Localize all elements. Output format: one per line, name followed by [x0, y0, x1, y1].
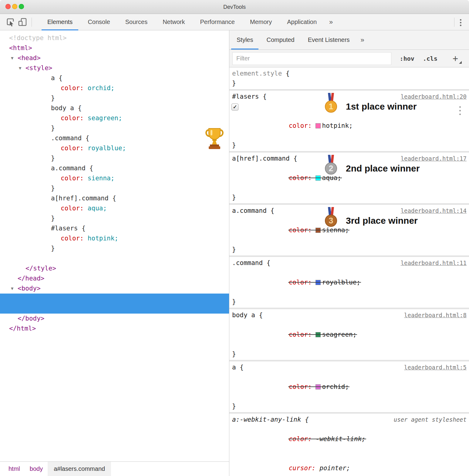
breadcrumb-selected-node[interactable]: a#lasers.command: [48, 462, 111, 476]
css-selector-line[interactable]: a[href].command {: [0, 193, 229, 203]
silver-medal-icon: 2: [324, 155, 338, 175]
expand-arrow-icon[interactable]: [19, 64, 25, 72]
source-link[interactable]: leaderboard.html:5: [404, 362, 469, 372]
devtools-toolbar: Elements Console Sources Network Perform…: [0, 14, 469, 30]
css-selector-line[interactable]: #lasers {: [0, 223, 229, 233]
styles-rule-list: element.style { } #lasers { leaderboard.…: [229, 67, 469, 476]
blank-line: [0, 253, 229, 264]
more-sidebar-tabs-button[interactable]: »: [356, 30, 369, 49]
elements-panel: <!doctype html> <html> <head> <style> a …: [0, 30, 229, 476]
toggle-class-button[interactable]: .cls: [423, 55, 437, 62]
style-rule-body-a[interactable]: body a { leaderboard.html:8 color:seagre…: [229, 309, 469, 360]
toolbar-right: [451, 16, 469, 28]
tab-event-listeners[interactable]: Event Listeners: [301, 30, 356, 49]
css-declaration-line[interactable]: color:hotpink;: [0, 233, 229, 243]
css-selector-line[interactable]: .command {: [0, 133, 229, 143]
css-close-line[interactable]: }: [0, 123, 229, 133]
tab-console[interactable]: Console: [80, 14, 117, 30]
trophy-icon: [204, 127, 224, 152]
source-link[interactable]: leaderboard.html:11: [401, 258, 469, 268]
dom-line-style-close[interactable]: </style>: [0, 264, 229, 274]
css-declaration-line[interactable]: color:sienna;: [0, 173, 229, 183]
tab-elements[interactable]: Elements: [40, 14, 80, 30]
breadcrumb-body[interactable]: body: [25, 462, 48, 476]
style-rule-lasers[interactable]: #lasers { leaderboard.html:20 color:hotp…: [229, 90, 469, 151]
css-declaration-line[interactable]: color:orchid;: [0, 83, 229, 93]
css-close-line[interactable]: }: [0, 183, 229, 193]
css-declaration-line[interactable]: color:royalblue;: [0, 143, 229, 153]
declaration-checkbox-checked[interactable]: [231, 104, 238, 110]
svg-text:1: 1: [329, 102, 333, 111]
devtools-window: DevTools Elements Console Sources Networ…: [0, 0, 469, 476]
dom-line-body-close[interactable]: </body>: [0, 314, 229, 324]
css-close-line[interactable]: }: [0, 243, 229, 253]
color-swatch[interactable]: [315, 332, 321, 337]
color-swatch[interactable]: [315, 384, 321, 389]
toggle-device-toolbar-icon[interactable]: [16, 16, 29, 28]
more-tabs-button[interactable]: »: [324, 14, 338, 30]
toggle-hover-state-button[interactable]: :hov: [400, 55, 414, 62]
stylesheet-origin: user agent stylesheet: [394, 415, 469, 424]
color-swatch[interactable]: [315, 123, 321, 128]
winner-label: 2nd place winner: [346, 163, 420, 174]
expand-arrow-icon[interactable]: [11, 54, 18, 62]
tab-network[interactable]: Network: [155, 14, 192, 30]
dom-line-head-close[interactable]: </head>: [0, 274, 229, 284]
css-declaration-line[interactable]: color:seagreen;: [0, 113, 229, 123]
element-style-selector: element.style: [232, 70, 282, 77]
dom-line-html-close[interactable]: </html>: [0, 324, 229, 334]
style-rule-a[interactable]: a { leaderboard.html:5 color:orchid; }: [229, 361, 469, 412]
source-link[interactable]: leaderboard.html:8: [404, 310, 469, 320]
breadcrumb: html body a#lasers.command: [0, 461, 229, 476]
color-swatch[interactable]: [315, 280, 321, 285]
tab-sources[interactable]: Sources: [118, 14, 155, 30]
sidebar-tabs: Styles Computed Event Listeners »: [229, 30, 469, 50]
element-style-section[interactable]: element.style { }: [229, 67, 469, 89]
css-close-line[interactable]: }: [0, 213, 229, 223]
css-selector-line[interactable]: a.command {: [0, 163, 229, 173]
style-rule-user-agent[interactable]: a:-webkit-any-link { user agent styleshe…: [229, 413, 469, 476]
rule-selector: a {: [232, 362, 244, 372]
dom-line-style-open[interactable]: <style>: [0, 63, 229, 73]
panel-tabs: Elements Console Sources Network Perform…: [40, 14, 338, 30]
color-swatch[interactable]: [315, 228, 321, 233]
winner-label: 3rd place winner: [346, 216, 418, 226]
style-rule-a-href-command[interactable]: a[href].command { leaderboard.html:17 co…: [229, 152, 469, 203]
rule-selector: a:-webkit-any-link {: [232, 415, 309, 424]
css-selector-line[interactable]: a {: [0, 73, 229, 83]
selected-dom-node[interactable]: … <a href="/" class="command" id="lasers…: [0, 294, 229, 304]
styles-sidebar: Styles Computed Event Listeners » :hov .…: [229, 30, 469, 476]
tab-computed[interactable]: Computed: [260, 30, 301, 49]
rule-selector: #lasers {: [232, 92, 267, 101]
styles-filter-input[interactable]: [232, 52, 391, 65]
tab-memory[interactable]: Memory: [242, 14, 279, 30]
rule-selector: body a {: [232, 310, 263, 320]
expand-arrow-icon[interactable]: [11, 285, 18, 292]
rule-kebab-menu-icon[interactable]: [459, 106, 461, 117]
tab-performance[interactable]: Performance: [193, 14, 243, 30]
new-style-rule-button[interactable]: +: [453, 53, 461, 64]
color-swatch[interactable]: [315, 175, 321, 181]
style-rule-a-command[interactable]: a.command { leaderboard.html:14 color:si…: [229, 205, 469, 256]
dom-line-body-open[interactable]: <body>: [0, 284, 229, 294]
dom-line-head-open[interactable]: <head>: [0, 53, 229, 63]
selected-dom-node-line2[interactable]: Activate lasers!</a>==$0: [0, 304, 229, 314]
css-selector-line[interactable]: body a {: [0, 103, 229, 113]
svg-text:3: 3: [329, 216, 333, 225]
winner-label: 1st place winner: [346, 101, 417, 112]
first-place-annotation: 1 1st place winner: [324, 93, 417, 113]
dom-line-html-open[interactable]: <html>: [0, 43, 229, 53]
tab-styles[interactable]: Styles: [230, 30, 260, 49]
css-declaration-line[interactable]: color:aqua;: [0, 203, 229, 213]
toolbar-divider: [32, 18, 32, 27]
tab-application[interactable]: Application: [279, 14, 324, 30]
css-close-line[interactable]: }: [0, 93, 229, 103]
title-bar: DevTools: [0, 0, 469, 14]
style-rule-command[interactable]: .command { leaderboard.html:11 color:roy…: [229, 257, 469, 308]
breadcrumb-html[interactable]: html: [4, 462, 25, 476]
css-close-line[interactable]: }: [0, 153, 229, 163]
inspect-element-icon[interactable]: [4, 16, 16, 28]
dom-line-doctype[interactable]: <!doctype html>: [0, 33, 229, 43]
main-menu-kebab-icon[interactable]: [457, 16, 464, 28]
rule-selector: a[href].command {: [232, 154, 297, 163]
